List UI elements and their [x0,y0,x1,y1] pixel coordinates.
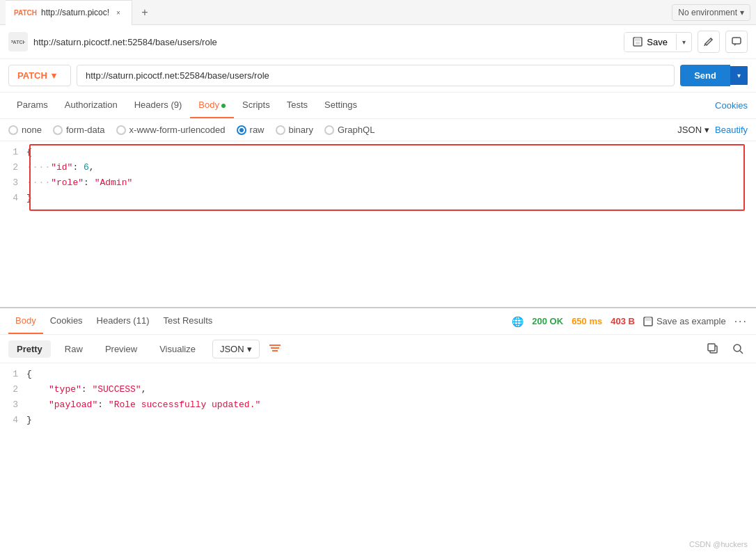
line-number-2: 2 [6,162,26,173]
environment-chevron-icon: ▾ [740,8,744,17]
tab-bar: PATCH http://saturn.picoc! × + No enviro… [0,0,756,25]
send-button-group[interactable]: Send ▾ [680,65,748,86]
filter-icon [269,344,281,354]
status-size-badge: 403 B [611,316,635,326]
response-format-bar: Pretty Raw Preview Visualize JSON ▾ [0,335,756,363]
method-chevron-icon: ▾ [52,70,56,81]
resp-json-format-select[interactable]: JSON ▾ [212,340,260,358]
radio-none-circle [8,125,18,135]
cookies-button[interactable]: Cookies [715,93,748,118]
code-line-3-content: ····"role": "Admin" [26,177,750,188]
resp-line-number-3: 3 [6,399,26,410]
body-active-dot [221,104,226,108]
comment-icon [732,37,741,47]
svg-rect-3 [635,38,640,41]
resp-code-line-1: 1 { [0,369,756,384]
radio-binary[interactable]: binary [276,125,313,135]
copy-response-button[interactable] [703,339,723,358]
tab-method-badge: PATCH [14,9,37,17]
save-example-button[interactable]: Save as example [643,316,726,326]
tab-tests[interactable]: Tests [278,93,316,118]
send-button[interactable]: Send [680,65,730,86]
svg-rect-13 [708,344,715,351]
radio-form-data-circle [53,125,63,135]
resp-tab-body[interactable]: Body [8,308,43,334]
resp-json-chevron-icon: ▾ [247,344,252,354]
more-options-button[interactable]: ··· [734,315,748,328]
radio-binary-circle [276,125,285,135]
resp-filter-icon[interactable] [265,339,285,358]
resp-tab-headers[interactable]: Headers (11) [90,308,157,334]
line-number-3: 3 [6,177,26,188]
beautify-button[interactable]: Beautify [715,125,748,135]
resp-code-line-4: 4 } [0,415,756,430]
environment-selector[interactable]: No environment ▾ [672,4,750,21]
svg-point-14 [734,345,741,351]
save-example-label: Save as example [656,316,726,326]
resp-format-visualize[interactable]: Visualize [151,340,204,358]
resp-format-preview[interactable]: Preview [97,340,145,358]
code-line-1: 1 { [0,147,756,162]
tab-url-label: http://saturn.picoc! [41,8,109,17]
save-button[interactable]: Save [624,33,676,52]
resp-code-line-3: 3 "payload": "Role successfully updated.… [0,399,756,415]
copy-icon [707,343,718,354]
radio-urlencoded-label: x-www-form-urlencoded [129,125,226,135]
tab-close-icon[interactable]: × [113,8,123,17]
response-format-right [703,339,748,358]
tab-bar-right: No environment ▾ [672,4,750,21]
radio-raw-circle [237,125,246,135]
response-code-editor: 1 { 2 "type": "SUCCESS", 3 "payload": "R… [0,363,756,454]
radio-urlencoded-circle [116,125,126,135]
request-tabs-nav: Params Authorization Headers (9) Body Sc… [0,93,756,119]
radio-graphql[interactable]: GraphQL [324,125,375,135]
tab-authorization[interactable]: Authorization [56,93,126,118]
pencil-icon [704,37,714,47]
resp-tab-cookies[interactable]: Cookies [43,308,90,334]
save-icon [643,317,653,326]
comment-button[interactable] [725,31,748,53]
tab-body[interactable]: Body [190,93,234,118]
resp-tab-test-results[interactable]: Test Results [156,308,219,334]
radio-none-label: none [22,125,42,135]
radio-urlencoded[interactable]: x-www-form-urlencoded [116,125,226,135]
resp-line-number-1: 1 [6,369,26,379]
status-ok-badge: 200 OK [532,316,563,326]
method-select[interactable]: PATCH ▾ [8,65,71,86]
new-tab-button[interactable]: + [135,3,155,22]
radio-raw[interactable]: raw [237,125,265,135]
body-format-area: JSON ▾ Beautify [677,125,748,135]
tab-scripts[interactable]: Scripts [234,93,278,118]
search-response-button[interactable] [728,339,748,358]
send-dropdown-icon[interactable]: ▾ [730,66,748,85]
resp-code-line-3-content: "payload": "Role successfully updated." [26,399,750,410]
tab-params[interactable]: Params [8,93,56,118]
body-type-bar: none form-data x-www-form-urlencoded raw… [0,119,756,141]
response-tabs-bar: Body Cookies Headers (11) Test Results 🌐… [0,308,756,335]
resp-format-pretty[interactable]: Pretty [8,340,51,358]
edit-button[interactable] [698,31,720,53]
response-status-area: 🌐 200 OK 650 ms 403 B Save as example ··… [512,315,748,328]
json-format-chevron-icon: ▾ [704,125,709,135]
svg-rect-6 [732,38,741,44]
address-bar-url: http://saturn.picoctf.net:52584/base/use… [33,37,618,47]
tab-headers[interactable]: Headers (9) [126,93,191,118]
request-bar: PATCH ▾ Send ▾ [0,59,756,93]
search-icon [732,343,743,354]
radio-raw-label: raw [250,125,265,135]
save-dropdown-icon[interactable]: ▾ [676,34,691,50]
radio-none[interactable]: none [8,125,42,135]
svg-line-15 [740,351,743,354]
active-tab[interactable]: PATCH http://saturn.picoc! × [6,0,132,25]
save-button-group[interactable]: Save ▾ [624,32,692,52]
tab-settings[interactable]: Settings [316,93,365,118]
resp-format-raw[interactable]: Raw [56,340,91,358]
svg-line-5 [704,44,705,46]
environment-label: No environment [678,8,737,17]
line-number-1: 1 [6,147,26,157]
code-editor[interactable]: 1 { 2 ····"id": 6, 3 ····"role": "Admin"… [0,141,756,308]
radio-form-data[interactable]: form-data [53,125,105,135]
url-input[interactable] [77,65,675,86]
json-format-select[interactable]: JSON ▾ [677,125,709,135]
resp-code-line-2-content: "type": "SUCCESS", [26,384,750,395]
